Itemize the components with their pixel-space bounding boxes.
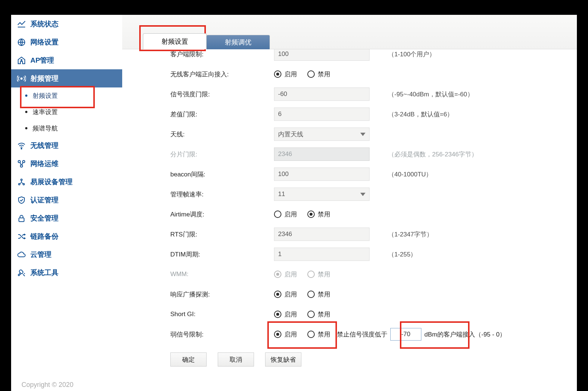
radio-wmm-enable: 启用 xyxy=(274,270,297,279)
shield-check-icon xyxy=(16,195,27,205)
tab-rf-settings[interactable]: 射频设置 xyxy=(143,33,207,49)
row-mgmt-rate: 管理帧速率: 11 xyxy=(122,184,577,204)
ok-button[interactable]: 确定 xyxy=(170,352,207,367)
sidebar-item-label: 云管理 xyxy=(30,250,51,259)
hint-rts: （1-2347字节） xyxy=(388,230,433,239)
cancel-button[interactable]: 取消 xyxy=(218,352,254,367)
hint-dtim: （1-255） xyxy=(388,250,417,259)
radio-weak-enable[interactable]: 启用 xyxy=(274,330,297,339)
label-airtime: Airtime调度: xyxy=(170,210,274,219)
sidebar-item-system-status[interactable]: 系统状态 xyxy=(11,15,122,33)
input-signal-threshold[interactable] xyxy=(274,87,370,101)
sidebar-item-network-ops[interactable]: 网络运维 xyxy=(11,155,122,173)
radio-shortgi-enable[interactable]: 启用 xyxy=(274,310,297,319)
sidebar-item-yizhan-device[interactable]: 易展设备管理 xyxy=(11,173,122,191)
wifi-icon xyxy=(16,140,27,151)
sidebar-item-label: 易展设备管理 xyxy=(30,177,73,187)
tab-bar: 射频设置 射频调优 xyxy=(143,33,270,49)
svg-point-1 xyxy=(21,59,22,60)
sidebar-item-label: 网络运维 xyxy=(30,159,59,169)
sidebar-item-label: 网络设置 xyxy=(30,37,59,47)
radio-airtime-enable[interactable]: 启用 xyxy=(274,210,297,219)
label-broadcast-probe: 响应广播探测: xyxy=(170,290,274,299)
tab-rf-tuning[interactable]: 射频调优 xyxy=(206,35,270,49)
svg-point-7 xyxy=(21,179,22,180)
radio-weak-disable[interactable]: 禁用 xyxy=(307,330,330,339)
radio-positive-access-disable[interactable]: 禁用 xyxy=(307,70,330,79)
row-dtim: DTIM周期: （1-255） xyxy=(122,244,577,264)
sidebar-item-label: 射频管理 xyxy=(30,74,59,83)
sidebar-item-label: 链路备份 xyxy=(30,232,59,241)
tab-label: 射频调优 xyxy=(225,39,251,46)
input-client-limit[interactable] xyxy=(274,47,370,61)
form-area: 客户端限制: （1-100个用户） 无线客户端正向接入: 启用 禁用 xyxy=(122,44,577,374)
row-positive-access: 无线客户端正向接入: 启用 禁用 xyxy=(122,64,577,84)
sidebar-item-label: 无线管理 xyxy=(30,141,59,150)
input-weak-signal-value[interactable] xyxy=(390,328,421,341)
label-rts: RTS门限: xyxy=(170,230,274,239)
sidebar-item-cloud-management[interactable]: 云管理 xyxy=(11,245,122,264)
sidebar-item-security-management[interactable]: 安全管理 xyxy=(11,209,122,227)
sidebar-item-label: 系统工具 xyxy=(30,268,59,278)
select-mgmt-rate[interactable]: 11 xyxy=(274,188,370,201)
copyright-text: Copyright © 2020 xyxy=(21,381,73,389)
input-fragment xyxy=(274,148,370,161)
input-beacon[interactable] xyxy=(274,168,370,181)
sidebar-subitem-spectrum-nav[interactable]: 频谱导航 xyxy=(11,120,122,136)
tools-icon xyxy=(16,268,27,278)
sidebar-item-label: 安全管理 xyxy=(30,213,59,223)
label-antenna: 天线: xyxy=(170,130,274,139)
svg-point-3 xyxy=(21,148,22,149)
main-area: 射频设置 射频调优 客户端限制: （1-100个用户） xyxy=(122,15,577,391)
top-strip: 射频设置 射频调优 xyxy=(122,15,577,49)
sidebar-item-label: 系统状态 xyxy=(30,19,59,29)
radio-broadcast-enable[interactable]: 启用 xyxy=(274,290,297,299)
radio-broadcast-disable[interactable]: 禁用 xyxy=(307,290,330,299)
hint-diff-threshold: （3-24dB，默认值=6） xyxy=(388,110,453,119)
sidebar-subitem-label: 速率设置 xyxy=(33,108,58,116)
input-dtim[interactable] xyxy=(274,248,370,261)
sidebar: 系统状态 网络设置 AP管理 射频管理 xyxy=(11,15,123,391)
hint-beacon: （40-1000TU） xyxy=(388,170,432,179)
label-fragment: 分片门限: xyxy=(170,150,274,159)
sidebar-item-link-backup[interactable]: 链路备份 xyxy=(11,227,122,245)
sidebar-item-wireless-management[interactable]: 无线管理 xyxy=(11,136,122,155)
input-rts[interactable] xyxy=(274,228,370,241)
label-diff-threshold: 差值门限: xyxy=(170,110,274,119)
radio-positive-access-enable[interactable]: 启用 xyxy=(274,70,297,79)
chevron-down-icon xyxy=(360,193,365,196)
globe-icon xyxy=(16,37,27,47)
tab-label: 射频设置 xyxy=(161,38,188,45)
select-antenna[interactable]: 内置天线 xyxy=(274,127,370,141)
label-client-limit: 客户端限制: xyxy=(170,50,274,59)
row-beacon: beacon间隔: （40-1000TU） xyxy=(122,164,577,184)
row-rts: RTS门限: （1-2347字节） xyxy=(122,224,577,244)
input-diff-threshold[interactable] xyxy=(274,107,370,121)
button-row: 确定 取消 恢复缺省 xyxy=(122,352,577,367)
label-wmm: WMM: xyxy=(170,271,274,278)
row-airtime: Airtime调度: 启用 禁用 xyxy=(122,204,577,224)
sidebar-subitem-rf-settings[interactable]: 射频设置 xyxy=(11,87,122,104)
radio-airtime-disable[interactable]: 禁用 xyxy=(307,210,330,219)
lock-icon xyxy=(16,213,27,223)
chart-icon xyxy=(16,19,27,29)
sidebar-subitem-label: 频谱导航 xyxy=(33,124,58,133)
svg-rect-10 xyxy=(19,218,24,222)
radio-shortgi-disable[interactable]: 禁用 xyxy=(307,310,330,319)
sidebar-item-ap-management[interactable]: AP管理 xyxy=(11,51,122,69)
select-value: 内置天线 xyxy=(278,130,303,139)
sidebar-item-auth-management[interactable]: 认证管理 xyxy=(11,191,122,209)
sidebar-item-system-tools[interactable]: 系统工具 xyxy=(11,264,122,282)
sidebar-subitem-label: 射频设置 xyxy=(33,92,58,100)
label-signal-threshold: 信号强度门限: xyxy=(170,90,274,99)
row-broadcast-probe: 响应广播探测: 启用 禁用 xyxy=(122,284,577,304)
sidebar-subitem-rate-settings[interactable]: 速率设置 xyxy=(11,104,122,120)
sidebar-item-label: AP管理 xyxy=(30,56,54,65)
sidebar-item-network-settings[interactable]: 网络设置 xyxy=(11,33,122,51)
row-diff-threshold: 差值门限: （3-24dB，默认值=6） xyxy=(122,104,577,124)
select-value: 11 xyxy=(278,190,285,198)
weak-inline-mid: dBm的客户端接入（-95 - 0） xyxy=(424,330,506,339)
restore-default-button[interactable]: 恢复缺省 xyxy=(265,352,301,367)
sidebar-item-rf-management[interactable]: 射频管理 xyxy=(11,69,122,87)
svg-point-6 xyxy=(20,165,23,167)
